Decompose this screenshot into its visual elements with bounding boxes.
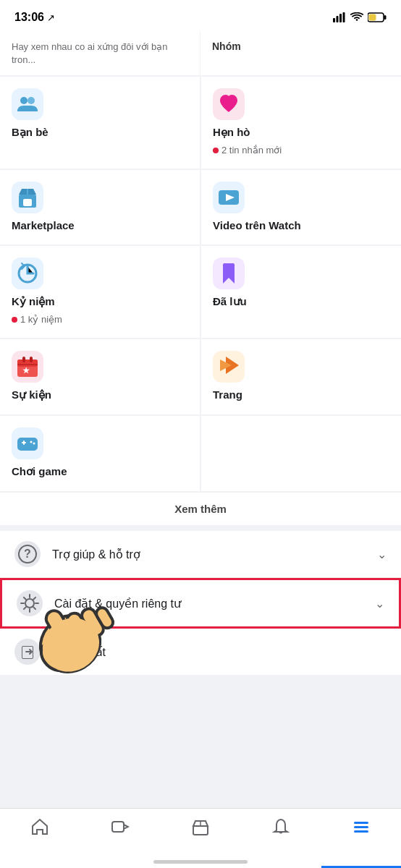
friends-label: Bạn bè	[12, 126, 188, 139]
svg-rect-13	[23, 199, 32, 206]
svg-point-36	[33, 443, 35, 445]
saved-icon	[213, 258, 245, 289]
pages-icon	[213, 351, 245, 383]
svg-rect-5	[384, 15, 387, 20]
help-chevron: ⌄	[377, 548, 387, 561]
nav-menu[interactable]	[321, 814, 401, 839]
svg-rect-65	[354, 826, 368, 828]
partial-right-text[interactable]: Nhóm	[200, 32, 401, 75]
svg-rect-62	[193, 826, 208, 835]
list-item-help[interactable]: ? Trợ giúp & hỗ trợ ⌄	[0, 531, 401, 578]
partial-left-text[interactable]: Hay xem nhau co ai xứng đôi với bạn tron…	[0, 32, 200, 75]
menu-item-memories[interactable]: Kỷ niệm 1 kỷ niệm	[0, 246, 200, 338]
svg-rect-66	[354, 830, 368, 833]
svg-rect-64	[354, 822, 368, 824]
dating-sublabel: 2 tin nhắn mới	[213, 145, 389, 156]
menu-item-marketplace[interactable]: Marketplace	[0, 170, 200, 244]
nav-home[interactable]	[0, 814, 80, 839]
svg-rect-2	[339, 14, 342, 22]
list-section: ? Trợ giúp & hỗ trợ ⌄	[0, 531, 401, 675]
settings-inner[interactable]: Cài đặt & quyền riêng tư ⌄	[2, 580, 399, 626]
nav-video[interactable]	[80, 814, 161, 839]
svg-rect-1	[337, 16, 339, 22]
marketplace-nav-icon	[191, 817, 210, 836]
svg-point-35	[30, 441, 33, 443]
settings-label: Cài đặt & quyền riêng tư	[54, 597, 363, 610]
svg-text:★: ★	[22, 366, 30, 375]
menu-item-events[interactable]: ★ Sự kiện	[0, 339, 200, 414]
help-label: Trợ giúp & hỗ trợ	[52, 548, 366, 561]
svg-text:?: ?	[24, 548, 31, 560]
logout-icon	[14, 639, 41, 665]
events-label: Sự kiện	[12, 388, 188, 401]
svg-rect-7	[12, 88, 43, 120]
location-icon: ↗	[47, 12, 55, 23]
gaming-label: Chơi game	[12, 465, 188, 478]
dating-dot	[213, 148, 219, 153]
wifi-icon	[350, 12, 363, 22]
list-item-logout[interactable]: Đăng xuất	[0, 629, 401, 675]
video-nav-icon	[111, 817, 130, 836]
status-time: 13:06	[14, 11, 44, 24]
svg-rect-60	[112, 822, 124, 832]
saved-label: Đã lưu	[213, 295, 389, 308]
memories-dot	[12, 317, 17, 323]
menu-nav-icon	[352, 817, 371, 836]
menu-grid: Bạn bè Hẹn hò 2 tin nhắn mới Marketpla	[0, 77, 401, 491]
status-icons	[333, 12, 387, 22]
memories-sublabel: 1 kỷ niệm	[12, 314, 188, 325]
bell-nav-icon	[271, 817, 290, 836]
home-indicator	[153, 860, 248, 864]
svg-marker-61	[124, 825, 128, 829]
svg-point-8	[20, 97, 28, 104]
nav-notifications[interactable]	[240, 814, 321, 839]
nav-marketplace[interactable]	[161, 814, 241, 839]
menu-item-pages[interactable]: Trang	[201, 339, 401, 414]
empty-cell	[201, 416, 401, 491]
help-icon: ?	[14, 541, 41, 567]
see-more-button[interactable]: Xem thêm	[0, 493, 401, 525]
dating-label: Hẹn hò	[213, 126, 389, 139]
memories-icon	[12, 258, 43, 289]
dating-icon	[213, 88, 245, 120]
svg-rect-34	[23, 441, 25, 445]
svg-rect-24	[22, 357, 25, 362]
settings-chevron: ⌄	[375, 597, 384, 610]
home-nav-icon	[30, 817, 49, 836]
svg-rect-27	[17, 364, 38, 365]
menu-item-dating[interactable]: Hẹn hò 2 tin nhắn mới	[201, 77, 401, 169]
svg-rect-6	[369, 14, 376, 21]
settings-icon	[17, 590, 43, 616]
svg-rect-0	[333, 18, 335, 22]
marketplace-icon	[12, 182, 43, 213]
svg-rect-25	[30, 357, 33, 362]
gaming-icon	[12, 427, 43, 459]
svg-point-9	[28, 97, 35, 104]
memories-label: Kỷ niệm	[12, 295, 188, 308]
watch-label: Video trên Watch	[213, 219, 389, 231]
pages-label: Trang	[213, 388, 389, 401]
watch-icon	[213, 182, 245, 213]
events-icon: ★	[12, 351, 43, 383]
menu-item-gaming[interactable]: Chơi game	[0, 416, 200, 491]
bottom-nav	[0, 808, 401, 868]
marketplace-label: Marketplace	[12, 219, 188, 231]
menu-item-friends[interactable]: Bạn bè	[0, 77, 200, 169]
menu-item-saved[interactable]: Đã lưu	[201, 246, 401, 338]
battery-icon	[368, 12, 387, 22]
menu-item-watch[interactable]: Video trên Watch	[201, 170, 401, 244]
partial-top-card: Hay xem nhau co ai xứng đôi với bạn tron…	[0, 32, 401, 75]
list-item-settings[interactable]: Cài đặt & quyền riêng tư ⌄	[0, 578, 401, 629]
friends-icon	[12, 88, 43, 120]
svg-rect-3	[343, 12, 345, 22]
logout-label: Đăng xuất	[52, 645, 387, 659]
signal-icon	[333, 12, 346, 22]
status-bar: 13:06 ↗	[0, 0, 401, 32]
